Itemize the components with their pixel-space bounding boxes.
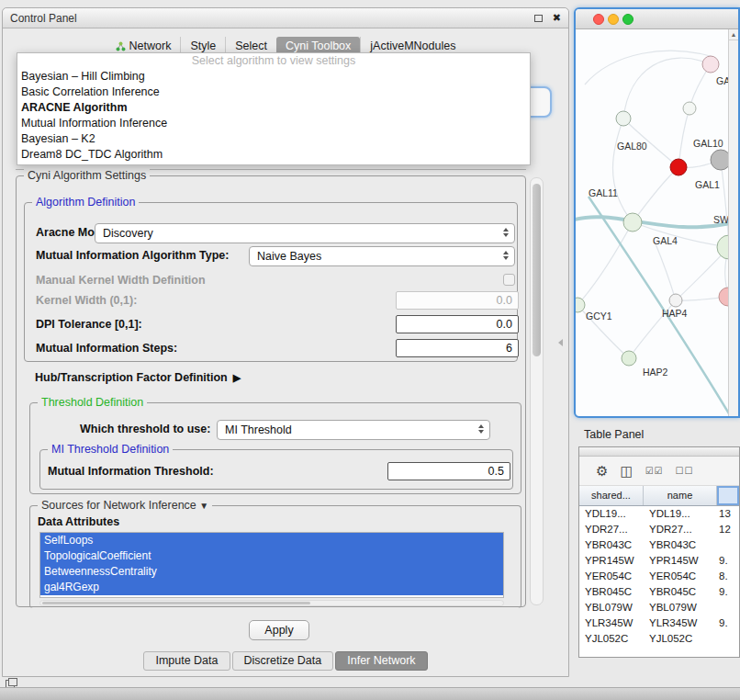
column-header-partial[interactable]: [717, 486, 739, 505]
tab-discretize-data[interactable]: Discretize Data: [232, 651, 334, 671]
list-item-selected[interactable]: TopologicalCoefficient: [40, 548, 503, 564]
close-traffic-light-icon[interactable]: [593, 14, 604, 25]
cell[interactable]: 8.: [717, 569, 739, 584]
select-all-checkboxes-icon[interactable]: ☑☑: [645, 466, 664, 476]
zoom-traffic-light-icon[interactable]: [622, 14, 633, 25]
table-window-titlebar[interactable]: [579, 447, 739, 457]
column-header-name[interactable]: name: [644, 486, 717, 505]
table-row[interactable]: YPR145W YPR145W 9.: [579, 553, 739, 569]
table-row[interactable]: YBR043C YBR043C: [579, 537, 739, 553]
settings-vertical-scrollbar[interactable]: [530, 177, 544, 605]
table-row[interactable]: YDR27... YDR27... 12: [579, 522, 739, 537]
cell[interactable]: YER054C: [644, 569, 717, 584]
table-row[interactable]: YDL19... YDL19... 13: [579, 506, 739, 522]
tab-impute-data[interactable]: Impute Data: [143, 651, 230, 671]
node-gray[interactable]: [711, 150, 728, 170]
algo-item-basic-correlation[interactable]: Basic Correlation Inference: [17, 85, 530, 100]
cell[interactable]: [717, 537, 739, 553]
list-item-selected[interactable]: gal4RGexp: [40, 580, 503, 595]
gear-icon[interactable]: ⚙: [596, 463, 608, 480]
network-graph[interactable]: GAL GAL80 GAL10 GAL11 GAL1 SWI4 GAL4 GCY…: [576, 29, 728, 418]
table-row[interactable]: YBL079W YBL079W: [579, 600, 739, 615]
cell[interactable]: YJL052C: [579, 631, 644, 647]
hub-factor-expander[interactable]: Hub/Transcription Factor Definition▶: [35, 371, 241, 384]
columns-icon[interactable]: ◫: [620, 463, 633, 480]
control-panel-titlebar[interactable]: Control Panel ✖: [3, 8, 568, 28]
dpi-tolerance-field[interactable]: 0.0: [396, 315, 519, 333]
sources-title[interactable]: Sources for Network Inference ▼: [38, 499, 212, 512]
table-row[interactable]: YJL052C YJL052C: [579, 631, 739, 647]
node-gal-top[interactable]: [702, 56, 719, 73]
network-window-titlebar[interactable]: [576, 9, 738, 29]
cell[interactable]: 9.: [717, 553, 739, 569]
list-item-selected[interactable]: SelfLoops: [40, 533, 503, 548]
kernel-width-field[interactable]: 0.0: [396, 291, 519, 310]
aracne-mode-combo[interactable]: Discovery: [95, 223, 515, 243]
node-pink[interactable]: [719, 288, 728, 306]
clear-checkboxes-icon[interactable]: ☐☐: [676, 466, 694, 476]
close-icon[interactable]: ✖: [553, 12, 561, 24]
panel-splitter-arrow[interactable]: [558, 339, 563, 346]
table-row[interactable]: YER054C YER054C 8.: [579, 569, 739, 584]
cell[interactable]: YER054C: [579, 569, 644, 584]
mi-steps-field[interactable]: 6: [396, 339, 519, 357]
table-panel-window: ⚙ ◫ ☑☑ ☐☐ shared... name YDL19... YDL19.…: [578, 446, 740, 658]
cell[interactable]: 9.: [717, 615, 739, 631]
mi-algorithm-type-combo[interactable]: Naive Bayes: [249, 246, 515, 266]
manual-kernel-width-checkbox[interactable]: [503, 274, 515, 286]
cell[interactable]: YDL19...: [644, 506, 717, 522]
cell[interactable]: YDR27...: [579, 522, 644, 537]
table-row[interactable]: YLR345W YLR345W 9.: [579, 615, 739, 631]
scrollbar-thumb[interactable]: [533, 184, 541, 356]
node-unlabeled-2[interactable]: [669, 294, 682, 307]
algo-item-bayesian-k2[interactable]: Bayesian – K2: [17, 131, 530, 147]
mi-threshold-field[interactable]: 0.5: [387, 462, 510, 480]
cell[interactable]: YLR345W: [644, 615, 717, 631]
node-gal80[interactable]: [616, 111, 631, 126]
label-gal1: GAL1: [695, 179, 720, 190]
node-gal11[interactable]: [623, 213, 642, 231]
cell[interactable]: YLR345W: [579, 615, 644, 631]
cell[interactable]: YBR043C: [579, 537, 644, 553]
list-item-selected[interactable]: BetweennessCentrality: [40, 564, 503, 580]
node-unlabeled-1[interactable]: [683, 102, 696, 115]
attributes-horizontal-scrollbar[interactable]: [39, 600, 504, 606]
tab-infer-network[interactable]: Infer Network: [335, 651, 427, 671]
cell[interactable]: YBL079W: [644, 600, 717, 615]
algo-item-mutual-information[interactable]: Mutual Information Inference: [17, 116, 530, 131]
node-swi4[interactable]: [717, 235, 728, 259]
cell[interactable]: 9.: [717, 584, 739, 600]
node-gal10-selected[interactable]: [670, 159, 687, 175]
cell[interactable]: YBR045C: [644, 584, 717, 600]
which-threshold-combo[interactable]: MI Threshold: [217, 420, 490, 440]
combo-arrows-icon: [503, 251, 509, 260]
network-canvas[interactable]: GAL GAL80 GAL10 GAL11 GAL1 SWI4 GAL4 GCY…: [576, 29, 728, 418]
cyni-mode-tab-bar: Impute Data Discretize Data Infer Networ…: [3, 651, 568, 672]
cell[interactable]: YBL079W: [579, 600, 644, 615]
cell[interactable]: YPR145W: [644, 553, 717, 569]
cell[interactable]: YDR27...: [644, 522, 717, 537]
node-gcy1[interactable]: [576, 298, 585, 312]
node-hap2[interactable]: [622, 351, 636, 366]
column-header-shared-name[interactable]: shared...: [579, 486, 644, 505]
cell[interactable]: 13: [717, 506, 739, 522]
cell[interactable]: [717, 600, 739, 615]
cell[interactable]: YBR043C: [644, 537, 717, 553]
cell[interactable]: YPR145W: [579, 553, 644, 569]
cell[interactable]: YBR045C: [579, 584, 644, 600]
table-row[interactable]: YBR045C YBR045C 9.: [579, 584, 739, 600]
cell[interactable]: [717, 631, 739, 647]
float-window-icon[interactable]: [534, 15, 543, 22]
apply-button[interactable]: Apply: [249, 620, 309, 640]
cell[interactable]: 12: [717, 522, 739, 537]
scroll-up-arrow-icon[interactable]: ▲: [729, 29, 738, 40]
minimize-traffic-light-icon[interactable]: [608, 14, 619, 25]
algo-item-dream8[interactable]: Dream8 DC_TDC Algorithm: [17, 147, 530, 163]
sources-group: Sources for Network Inference ▼ Data Att…: [29, 505, 521, 608]
algo-item-bayesian-hill-climbing[interactable]: Bayesian – Hill Climbing: [17, 69, 530, 85]
cell[interactable]: YDL19...: [579, 506, 644, 522]
data-attributes-list[interactable]: SelfLoops TopologicalCoefficient Between…: [39, 532, 504, 598]
algo-item-aracne[interactable]: ARACNE Algorithm: [17, 100, 530, 116]
cell[interactable]: YJL052C: [644, 631, 717, 647]
network-vertical-scrollbar[interactable]: ▲: [728, 29, 738, 416]
